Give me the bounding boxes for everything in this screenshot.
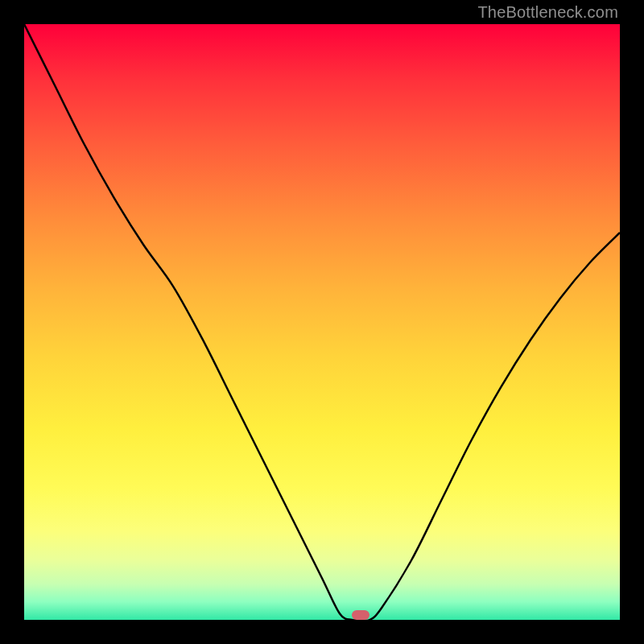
plot-area [24,24,620,620]
curve-path [24,24,620,620]
watermark-text: TheBottleneck.com [477,3,618,22]
chart-frame: TheBottleneck.com [0,0,644,644]
optimal-point-marker [352,610,369,620]
bottleneck-curve [24,24,620,620]
